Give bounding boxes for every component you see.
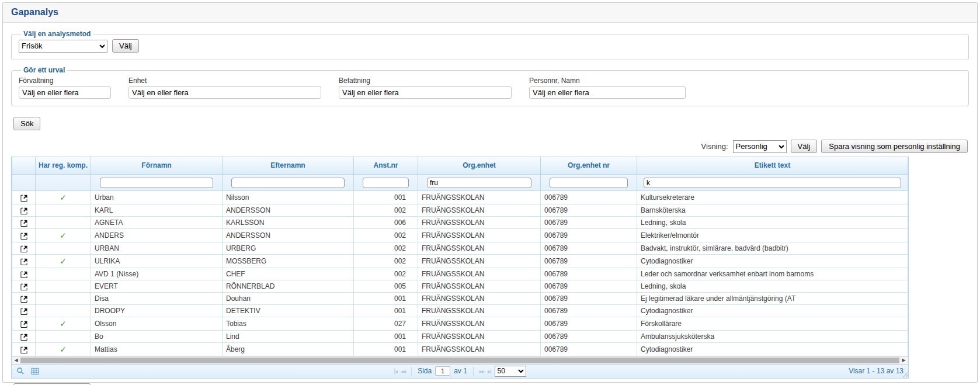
analysmetod-select[interactable]: Frisök [19, 40, 107, 53]
pager-info: Visar 1 - 13 av 13 [849, 367, 903, 375]
cell-orgenhetnr: 006789 [541, 204, 637, 216]
table-row[interactable]: Disa Douhan 001 FRUÄNGSSKOLAN 006789 Ej … [12, 292, 908, 304]
cell-orgenhetnr: 006789 [541, 254, 637, 268]
cell-efternamn: RÖNNERBLAD [223, 280, 354, 292]
search-icon[interactable] [16, 367, 25, 375]
scrollbar-thumb[interactable] [20, 358, 899, 363]
filter-efternamn-input[interactable] [231, 178, 345, 188]
filter-orgenhetnr-input[interactable] [550, 178, 628, 188]
har-komp-check: ✓ [36, 190, 91, 204]
main-content: Välj en analysmetod Frisök Välj Gör ett … [3, 23, 977, 385]
cell-etikett: Badvakt, instruktör, simlärare, badvärd … [637, 242, 908, 254]
visning-valj-button[interactable]: Välj [791, 140, 818, 153]
table-row[interactable]: ✓ Mattias Åberg 001 FRUÄNGSSKOLAN 006789… [12, 342, 908, 356]
cell-anstnr: 006 [354, 216, 418, 228]
cell-orgenhetnr: 006789 [541, 292, 637, 304]
column-orgenhet-nr[interactable]: Org.enhet nr [541, 157, 637, 174]
cell-anstnr: 001 [354, 330, 418, 342]
open-record-icon[interactable] [12, 342, 36, 356]
open-record-icon[interactable] [12, 317, 36, 330]
table-row[interactable]: AVD 1 (Nisse) CHEF 002 FRUÄNGSSKOLAN 006… [12, 268, 908, 280]
table-row[interactable]: KARL ANDERSSON 002 FRUÄNGSSKOLAN 006789 … [12, 204, 908, 216]
table-row[interactable]: DROOPY DETEKTIV 001 FRUÄNGSSKOLAN 006789… [12, 304, 908, 317]
forvaltning-input[interactable] [19, 86, 111, 99]
last-page-icon[interactable]: ▸| [488, 368, 491, 374]
sok-button[interactable]: Sök [13, 117, 40, 130]
table-row[interactable]: EVERT RÖNNERBLAD 005 FRUÄNGSSKOLAN 00678… [12, 280, 908, 292]
scroll-left-arrow-icon[interactable]: ◀ [12, 357, 20, 364]
scroll-right-arrow-icon[interactable]: ▶ [899, 357, 908, 364]
open-record-icon[interactable] [12, 254, 36, 268]
enhet-input[interactable] [128, 86, 321, 99]
table-row[interactable]: AGNETA KARLSSON 006 FRUÄNGSSKOLAN 006789… [12, 216, 908, 228]
open-record-icon[interactable] [12, 216, 36, 228]
app-window: Gapanalys Välj en analysmetod Frisök Väl… [2, 2, 978, 383]
grid-columns-icon[interactable] [31, 367, 39, 375]
har-komp-check [36, 304, 91, 317]
filter-fornamn-input[interactable] [100, 178, 213, 188]
open-record-icon[interactable] [12, 304, 36, 317]
cell-orgenhet: FRUÄNGSSKOLAN [418, 242, 541, 254]
spara-visning-button[interactable]: Spara visning som personlig inställning [821, 140, 968, 153]
cell-fornamn: Bo [91, 330, 223, 342]
prev-page-icon[interactable]: ◂◂ [401, 368, 405, 374]
open-record-icon[interactable] [12, 242, 36, 254]
befattning-input[interactable] [339, 86, 512, 99]
cell-anstnr: 001 [354, 292, 418, 304]
cell-fornamn: ANDERS [91, 228, 223, 242]
page-size-select[interactable]: 50 [495, 366, 526, 377]
page-number-input[interactable] [435, 366, 450, 376]
analysmetod-valj-button[interactable]: Välj [112, 39, 139, 53]
cell-orgenhet: FRUÄNGSSKOLAN [418, 342, 541, 356]
column-fornamn[interactable]: Förnamn [91, 157, 223, 174]
table-row[interactable]: Bo Lind 001 FRUÄNGSSKOLAN 006789 Ambulan… [12, 330, 908, 342]
filter-orgenhet-input[interactable] [427, 178, 531, 188]
har-komp-check: ✓ [36, 254, 91, 268]
cell-efternamn: DETEKTIV [223, 304, 354, 317]
filter-etikett-input[interactable] [644, 178, 901, 188]
filter-anstnr-input[interactable] [363, 178, 409, 188]
personnr-namn-input[interactable] [529, 86, 686, 99]
horizontal-scrollbar[interactable]: ◀ ▶ [12, 356, 908, 364]
open-record-icon[interactable] [12, 190, 36, 204]
column-efternamn[interactable]: Efternamn [223, 157, 354, 174]
next-page-icon[interactable]: ▸▸ [479, 368, 484, 374]
column-icon [12, 157, 36, 174]
column-har-reg-komp[interactable]: Har reg. komp. [36, 157, 91, 174]
cell-anstnr: 001 [354, 342, 418, 356]
open-record-icon[interactable] [12, 268, 36, 280]
visning-select[interactable]: Personlig [733, 140, 787, 153]
table-row[interactable]: ✓ ULRIKA MOSSBERG 002 FRUÄNGSSKOLAN 0067… [12, 254, 908, 268]
cell-orgenhetnr: 006789 [541, 280, 637, 292]
cell-orgenhetnr: 006789 [541, 242, 637, 254]
har-komp-check [36, 204, 91, 216]
open-record-icon[interactable] [12, 204, 36, 216]
table-row[interactable]: ✓ ANDERS ANDERSSON 002 FRUÄNGSSKOLAN 006… [12, 228, 908, 242]
cell-orgenhet: FRUÄNGSSKOLAN [418, 204, 541, 216]
table-row[interactable]: URBAN URBERG 002 FRUÄNGSSKOLAN 006789 Ba… [12, 242, 908, 254]
cell-etikett: Leder och samordnar verksamhet enbart in… [637, 268, 908, 280]
export-excel-button[interactable]: Exportera till Excel [13, 383, 91, 385]
cell-orgenhet: FRUÄNGSSKOLAN [418, 254, 541, 268]
first-page-icon[interactable]: |◂ [394, 368, 397, 374]
open-record-icon[interactable] [12, 280, 36, 292]
cell-efternamn: ANDERSSON [223, 204, 354, 216]
open-record-icon[interactable] [12, 228, 36, 242]
cell-fornamn: KARL [91, 204, 223, 216]
cell-orgenhetnr: 006789 [541, 330, 637, 342]
cell-efternamn: Douhan [223, 292, 354, 304]
table-row[interactable]: ✓ Olsson Tobias 027 FRUÄNGSSKOLAN 006789… [12, 317, 908, 330]
column-orgenhet[interactable]: Org.enhet [418, 157, 541, 174]
column-anstnr[interactable]: Anst.nr [354, 157, 418, 174]
cell-etikett: Cytodiagnostiker [637, 254, 908, 268]
open-record-icon[interactable] [12, 330, 36, 342]
cell-etikett: Ej legitimerad läkare under allmäntjänst… [637, 292, 908, 304]
cell-fornamn: DROOPY [91, 304, 223, 317]
column-etikett-text[interactable]: Etikett text [637, 157, 908, 174]
cell-orgenhetnr: 006789 [541, 342, 637, 356]
page-title: Gapanalys [11, 7, 969, 18]
cell-etikett: Barnsköterska [637, 204, 908, 216]
pager-divider [411, 367, 412, 376]
open-record-icon[interactable] [12, 292, 36, 304]
table-row[interactable]: ✓ Urban Nilsson 001 FRUÄNGSSKOLAN 006789… [12, 190, 908, 204]
